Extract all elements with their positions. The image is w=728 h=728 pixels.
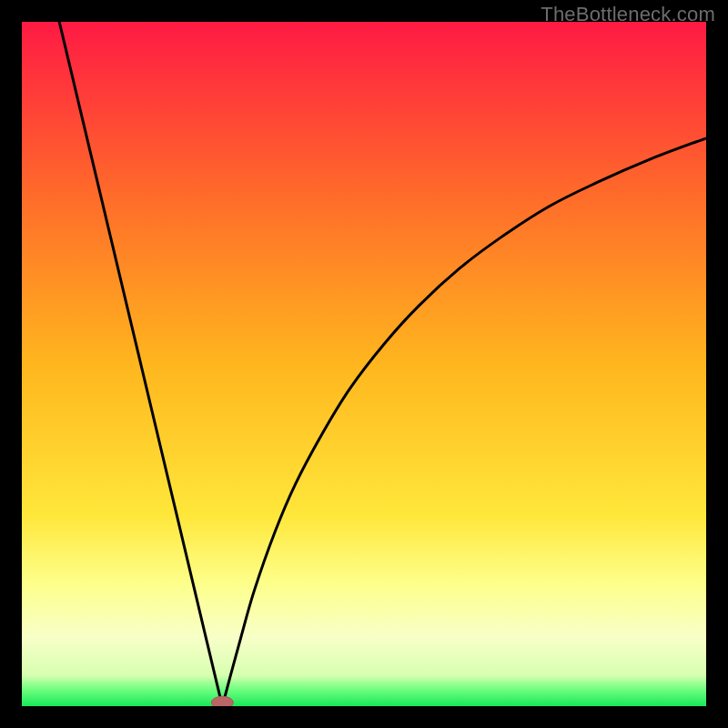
watermark-text: TheBottleneck.com [541,3,715,26]
minimum-marker [211,696,233,706]
chart-frame [22,22,706,706]
chart-background [22,22,706,706]
chart-svg [22,22,706,706]
